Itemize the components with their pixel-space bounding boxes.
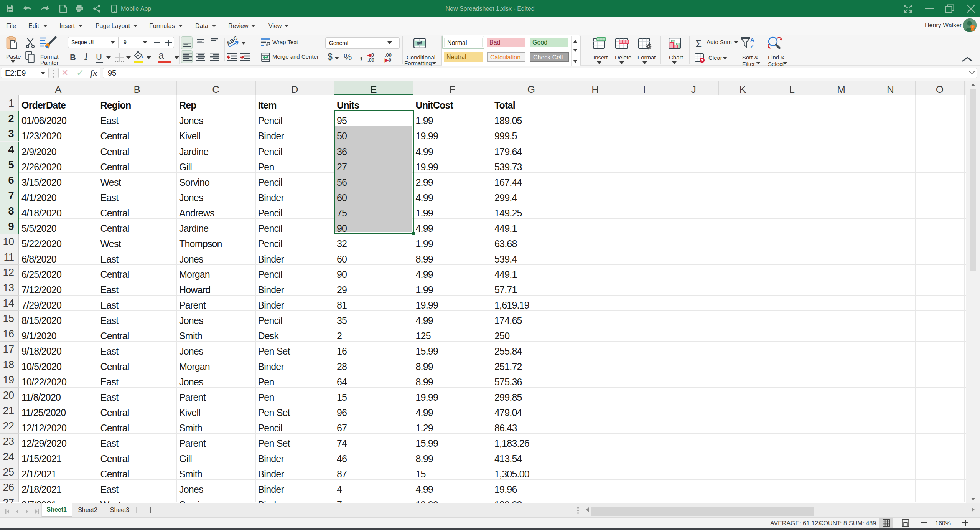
svg-text:Z: Z — [750, 43, 754, 49]
svg-text:A: A — [750, 37, 754, 43]
